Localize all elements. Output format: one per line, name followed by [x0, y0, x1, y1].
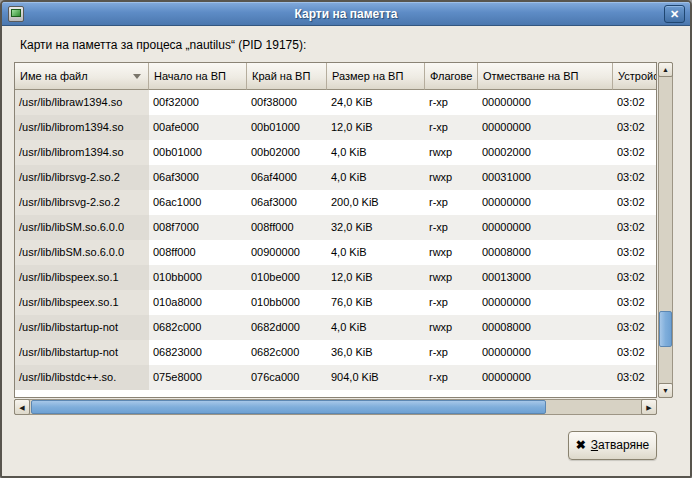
scroll-left-icon[interactable]: ◀ — [14, 399, 30, 415]
cell-device: 03:02 — [613, 265, 656, 290]
cell-flags: r-xp — [425, 190, 478, 215]
cell-vm-offset: 00031000 — [478, 165, 613, 190]
cell-filename: /usr/lib/libSM.so.6.0.0 — [15, 240, 149, 265]
table-row[interactable]: /usr/lib/libspeex.so.1 010a8000 010bb000… — [15, 290, 656, 315]
column-header-vm-start[interactable]: Начало на ВП — [149, 63, 247, 90]
cell-vm-end: 076ca000 — [247, 365, 327, 390]
column-header-device[interactable]: Устройство — [613, 63, 656, 90]
cell-device: 03:02 — [613, 190, 656, 215]
cell-vm-start: 06af3000 — [149, 165, 247, 190]
cell-vm-end: 0682d000 — [247, 315, 327, 340]
cell-flags: r-xp — [425, 115, 478, 140]
cell-vm-offset: 00008000 — [478, 315, 613, 340]
cell-vm-offset: 00000000 — [478, 215, 613, 240]
scroll-up-icon[interactable]: ▲ — [658, 62, 673, 77]
cell-vm-start: 06ac1000 — [149, 190, 247, 215]
cell-vm-size: 200,0 KiB — [327, 190, 425, 215]
table-row[interactable]: /usr/lib/librsvg-2.so.2 06ac1000 06af300… — [15, 190, 656, 215]
cell-flags: rwxp — [425, 240, 478, 265]
cell-vm-start: 06823000 — [149, 340, 247, 365]
horizontal-scrollbar-thumb[interactable] — [31, 400, 546, 414]
table-row[interactable]: /usr/lib/libSM.so.6.0.0 008f7000 008ff00… — [15, 215, 656, 240]
cell-vm-size: 12,0 KiB — [327, 265, 425, 290]
table-row[interactable]: /usr/lib/libspeex.so.1 010bb000 010be000… — [15, 265, 656, 290]
titlebar[interactable]: Карти на паметта ✕ — [2, 2, 690, 26]
table-row[interactable]: /usr/lib/libraw1394.so 00f32000 00f38000… — [15, 90, 656, 115]
column-header-flags[interactable]: Флагове — [425, 63, 478, 90]
vertical-scrollbar-thumb[interactable] — [659, 311, 672, 347]
table-row[interactable]: /usr/lib/librom1394.so 00b01000 00b02000… — [15, 140, 656, 165]
cell-vm-size: 904,0 KiB — [327, 365, 425, 390]
cell-flags: r-xp — [425, 290, 478, 315]
cell-vm-start: 008f7000 — [149, 215, 247, 240]
column-header-filename[interactable]: Име на файл — [15, 63, 149, 90]
table-row[interactable]: /usr/lib/librsvg-2.so.2 06af3000 06af400… — [15, 165, 656, 190]
cell-device: 03:02 — [613, 140, 656, 165]
cell-vm-size: 4,0 KiB — [327, 240, 425, 265]
column-header-vm-end[interactable]: Край на ВП — [247, 63, 327, 90]
cell-filename: /usr/lib/libstartup-not — [15, 340, 149, 365]
table-row[interactable]: /usr/lib/libSM.so.6.0.0 008ff000 0090000… — [15, 240, 656, 265]
scroll-down-icon[interactable]: ▼ — [658, 383, 673, 398]
cell-vm-size: 12,0 KiB — [327, 115, 425, 140]
cell-vm-offset: 00000000 — [478, 90, 613, 115]
cell-filename: /usr/lib/librsvg-2.so.2 — [15, 165, 149, 190]
cell-filename: /usr/lib/librom1394.so — [15, 115, 149, 140]
sort-descending-icon — [133, 74, 141, 79]
cell-filename: /usr/lib/libspeex.so.1 — [15, 290, 149, 315]
cell-flags: r-xp — [425, 340, 478, 365]
cell-device: 03:02 — [613, 90, 656, 115]
column-header-vm-size[interactable]: Размер на ВП — [327, 63, 425, 90]
cell-filename: /usr/lib/libspeex.so.1 — [15, 265, 149, 290]
horizontal-scrollbar[interactable]: ◀ ▶ — [14, 399, 657, 415]
memory-maps-table: Име на файл Начало на ВП Край на ВП Разм… — [14, 62, 657, 398]
cell-filename: /usr/lib/libstdc++.so. — [15, 365, 149, 390]
cell-vm-end: 010be000 — [247, 265, 327, 290]
cell-vm-offset: 00000000 — [478, 290, 613, 315]
cell-vm-size: 4,0 KiB — [327, 315, 425, 340]
cell-vm-offset: 00000000 — [478, 190, 613, 215]
window-title: Карти на паметта — [2, 7, 690, 21]
cell-vm-end: 06af4000 — [247, 165, 327, 190]
cell-device: 03:02 — [613, 215, 656, 240]
table-row[interactable]: /usr/lib/libstartup-not 06823000 0682c00… — [15, 340, 656, 365]
cell-vm-offset: 00002000 — [478, 140, 613, 165]
cell-filename: /usr/lib/libraw1394.so — [15, 90, 149, 115]
cell-vm-end: 00900000 — [247, 240, 327, 265]
table-row[interactable]: /usr/lib/librom1394.so 00afe000 00b01000… — [15, 115, 656, 140]
cell-vm-start: 075e8000 — [149, 365, 247, 390]
cell-vm-offset: 00000000 — [478, 340, 613, 365]
vertical-scrollbar[interactable]: ▲ ▼ — [658, 62, 673, 398]
scroll-right-icon[interactable]: ▶ — [641, 399, 657, 415]
cell-flags: r-xp — [425, 90, 478, 115]
cell-flags: rwxp — [425, 265, 478, 290]
table-body: /usr/lib/libraw1394.so 00f32000 00f38000… — [15, 90, 656, 390]
cell-vm-start: 00b01000 — [149, 140, 247, 165]
window-close-icon[interactable]: ✕ — [664, 5, 685, 23]
cell-vm-start: 00afe000 — [149, 115, 247, 140]
close-dialog-button[interactable]: ✖Затваряне — [568, 431, 657, 460]
cell-vm-offset: 00000000 — [478, 115, 613, 140]
cell-filename: /usr/lib/libSM.so.6.0.0 — [15, 215, 149, 240]
cell-vm-start: 010bb000 — [149, 265, 247, 290]
cell-vm-end: 00b02000 — [247, 140, 327, 165]
table-row[interactable]: /usr/lib/libstartup-not 0682c000 0682d00… — [15, 315, 656, 340]
cell-vm-size: 24,0 KiB — [327, 90, 425, 115]
cell-flags: r-xp — [425, 215, 478, 240]
cell-device: 03:02 — [613, 115, 656, 140]
cell-device: 03:02 — [613, 365, 656, 390]
cell-filename: /usr/lib/librsvg-2.so.2 — [15, 190, 149, 215]
table-row[interactable]: /usr/lib/libstdc++.so. 075e8000 076ca000… — [15, 365, 656, 390]
cell-vm-size: 36,0 KiB — [327, 340, 425, 365]
process-description-label: Карти на паметта за процеса „nautilus“ (… — [20, 38, 306, 52]
cell-vm-end: 00b01000 — [247, 115, 327, 140]
column-header-vm-offset[interactable]: Отместване на ВП — [478, 63, 613, 90]
cell-vm-offset: 00000000 — [478, 365, 613, 390]
cell-device: 03:02 — [613, 290, 656, 315]
cell-vm-start: 008ff000 — [149, 240, 247, 265]
cell-filename: /usr/lib/libstartup-not — [15, 315, 149, 340]
cell-filename: /usr/lib/librom1394.so — [15, 140, 149, 165]
cell-vm-offset: 00013000 — [478, 265, 613, 290]
memory-maps-dialog: Карти на паметта ✕ Карти на паметта за п… — [0, 0, 692, 478]
cell-device: 03:02 — [613, 240, 656, 265]
